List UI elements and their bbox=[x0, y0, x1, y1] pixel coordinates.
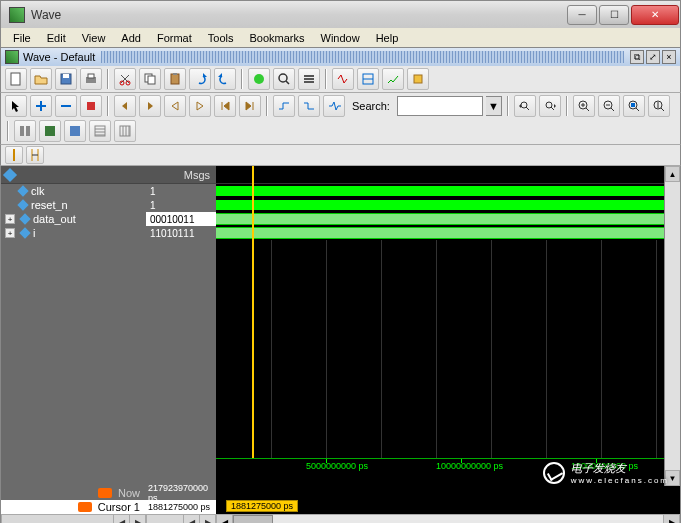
signal-row-data-out[interactable]: +data_out bbox=[1, 212, 146, 226]
edge-prev-icon[interactable] bbox=[164, 95, 186, 117]
wave-data-out bbox=[216, 212, 664, 226]
edge-last-icon[interactable] bbox=[239, 95, 261, 117]
cursor-tool-icon[interactable] bbox=[5, 146, 23, 164]
cursor-link-icon[interactable] bbox=[26, 146, 44, 164]
sig-scroll-right-icon[interactable]: ▶ bbox=[129, 515, 145, 523]
menu-add[interactable]: Add bbox=[113, 30, 149, 46]
expand-icon[interactable]: + bbox=[5, 214, 15, 224]
menu-bookmarks[interactable]: Bookmarks bbox=[241, 30, 312, 46]
signal-row-clk[interactable]: clk bbox=[1, 184, 146, 198]
scroll-left-icon[interactable]: ◀ bbox=[217, 515, 233, 523]
wave-tool4-icon[interactable] bbox=[407, 68, 429, 90]
menubar: File Edit View Add Format Tools Bookmark… bbox=[0, 28, 681, 48]
pointer-icon[interactable] bbox=[5, 95, 27, 117]
scroll-up-icon[interactable]: ▲ bbox=[665, 166, 680, 182]
paste-icon[interactable] bbox=[164, 68, 186, 90]
menu-view[interactable]: View bbox=[74, 30, 114, 46]
zoom-in-icon[interactable] bbox=[573, 95, 595, 117]
layout4-icon[interactable] bbox=[89, 120, 111, 142]
signal-name: reset_n bbox=[31, 199, 68, 211]
wave-tool2-icon[interactable] bbox=[357, 68, 379, 90]
minimize-button[interactable]: ─ bbox=[567, 5, 597, 25]
new-icon[interactable] bbox=[5, 68, 27, 90]
trans-rise-icon[interactable] bbox=[273, 95, 295, 117]
watermark-text: 电子发烧友 bbox=[571, 462, 626, 474]
layout2-icon[interactable] bbox=[39, 120, 61, 142]
layout5-icon[interactable] bbox=[114, 120, 136, 142]
watermark-icon bbox=[543, 462, 565, 484]
vertical-scrollbar[interactable]: ▲ ▼ bbox=[664, 166, 680, 486]
menu-file[interactable]: File bbox=[5, 30, 39, 46]
layout3-icon[interactable] bbox=[64, 120, 86, 142]
edge-first-icon[interactable] bbox=[214, 95, 236, 117]
signal-name: data_out bbox=[33, 213, 76, 225]
waveform-pane[interactable]: 5000000000 ps 10000000000 ps 15000000000… bbox=[216, 166, 664, 486]
zoom-cursor-icon[interactable] bbox=[648, 95, 670, 117]
cursor-icon bbox=[78, 502, 92, 512]
search-input[interactable] bbox=[397, 96, 483, 116]
settings-icon[interactable] bbox=[298, 68, 320, 90]
signal-row-reset-n[interactable]: reset_n bbox=[1, 198, 146, 212]
svg-rect-0 bbox=[11, 73, 20, 85]
wave-tool1-icon[interactable] bbox=[332, 68, 354, 90]
scroll-thumb[interactable] bbox=[233, 515, 273, 523]
find-icon[interactable] bbox=[273, 68, 295, 90]
signal-name: clk bbox=[31, 185, 44, 197]
cursor-marker[interactable] bbox=[252, 166, 254, 458]
menu-help[interactable]: Help bbox=[368, 30, 407, 46]
cursor-value: 1881275000 ps bbox=[146, 500, 216, 514]
wave-tool3-icon[interactable] bbox=[382, 68, 404, 90]
menu-tools[interactable]: Tools bbox=[200, 30, 242, 46]
search-back-icon[interactable] bbox=[514, 95, 536, 117]
undock-icon[interactable]: ⤢ bbox=[646, 50, 660, 64]
sig-scroll-left-icon[interactable]: ◀ bbox=[113, 515, 129, 523]
zoom-full-icon[interactable] bbox=[623, 95, 645, 117]
scroll-right-icon[interactable]: ▶ bbox=[663, 515, 679, 523]
toolbar-1 bbox=[0, 66, 681, 93]
expand-icon[interactable]: + bbox=[5, 228, 15, 238]
wave-hscroll[interactable]: ◀ ▶ bbox=[216, 514, 680, 523]
svg-rect-28 bbox=[45, 126, 55, 136]
svg-rect-24 bbox=[631, 103, 635, 107]
run-icon[interactable] bbox=[248, 68, 270, 90]
redo-icon[interactable] bbox=[214, 68, 236, 90]
cursor-time-box[interactable]: 1881275000 ps bbox=[226, 500, 298, 512]
window-titlebar: Wave ─ ☐ ✕ bbox=[0, 0, 681, 28]
dock-icon[interactable]: ⧉ bbox=[630, 50, 644, 64]
expand-all-icon[interactable] bbox=[30, 95, 52, 117]
open-icon[interactable] bbox=[30, 68, 52, 90]
search-fwd-icon[interactable] bbox=[539, 95, 561, 117]
search-label: Search: bbox=[352, 100, 390, 112]
edge-next-icon[interactable] bbox=[189, 95, 211, 117]
layout1-icon[interactable] bbox=[14, 120, 36, 142]
diamond-icon bbox=[3, 167, 17, 181]
menu-edit[interactable]: Edit bbox=[39, 30, 74, 46]
val-scroll-right-icon[interactable]: ▶ bbox=[199, 515, 215, 523]
wave-i bbox=[216, 226, 664, 240]
trans-fall-icon[interactable] bbox=[298, 95, 320, 117]
cursor-prev-icon[interactable] bbox=[114, 95, 136, 117]
close-button[interactable]: ✕ bbox=[631, 5, 679, 25]
maximize-button[interactable]: ☐ bbox=[599, 5, 629, 25]
val-scroll-left-icon[interactable]: ◀ bbox=[183, 515, 199, 523]
tab-close-icon[interactable]: × bbox=[662, 50, 676, 64]
collapse-all-icon[interactable] bbox=[55, 95, 77, 117]
trans-any-icon[interactable] bbox=[323, 95, 345, 117]
value-i: 11010111 bbox=[146, 226, 216, 240]
signal-name: i bbox=[33, 227, 35, 239]
copy-icon[interactable] bbox=[139, 68, 161, 90]
search-dropdown-icon[interactable]: ▼ bbox=[486, 96, 502, 116]
stop-icon[interactable] bbox=[80, 95, 102, 117]
signal-row-i[interactable]: +i bbox=[1, 226, 146, 240]
cut-icon[interactable] bbox=[114, 68, 136, 90]
menu-format[interactable]: Format bbox=[149, 30, 200, 46]
svg-point-12 bbox=[279, 74, 287, 82]
undo-icon[interactable] bbox=[189, 68, 211, 90]
zoom-out-icon[interactable] bbox=[598, 95, 620, 117]
menu-window[interactable]: Window bbox=[313, 30, 368, 46]
now-label: Now bbox=[118, 487, 140, 499]
print-icon[interactable] bbox=[80, 68, 102, 90]
save-icon[interactable] bbox=[55, 68, 77, 90]
tab-wave-default[interactable]: Wave - Default bbox=[23, 51, 95, 63]
cursor-next-icon[interactable] bbox=[139, 95, 161, 117]
